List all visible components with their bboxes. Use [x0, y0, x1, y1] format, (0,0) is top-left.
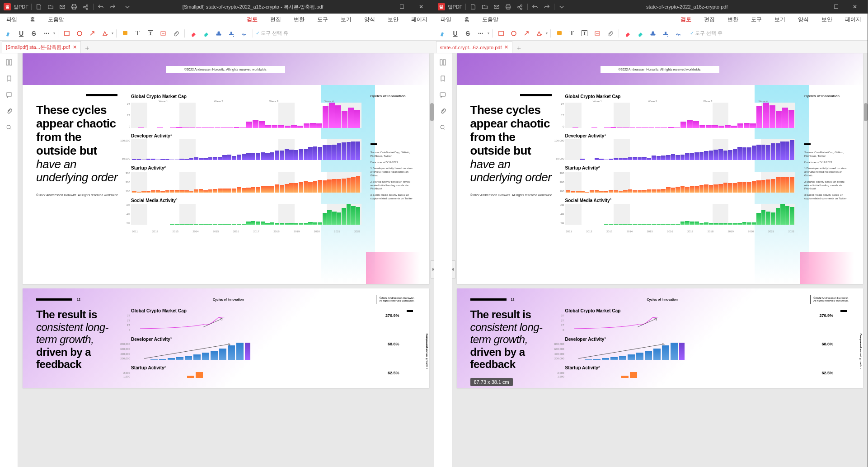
- attachments-icon[interactable]: [4, 106, 14, 117]
- textbox-tool[interactable]: T: [145, 28, 156, 39]
- tab-close-icon[interactable]: ✕: [73, 44, 77, 50]
- stamp-dropdown[interactable]: [660, 28, 671, 39]
- link-tool[interactable]: [157, 28, 169, 39]
- new-file-icon[interactable]: [34, 2, 43, 11]
- menu-보기[interactable]: 보기: [773, 15, 787, 24]
- polygon-tool[interactable]: [99, 28, 111, 39]
- maximize-button[interactable]: ☐: [827, 0, 845, 13]
- comments-icon[interactable]: [4, 90, 14, 100]
- print-icon[interactable]: [504, 2, 513, 11]
- attach-tool[interactable]: [604, 28, 616, 39]
- scrollbar-thumb[interactable]: [864, 103, 868, 121]
- redo-icon[interactable]: [542, 2, 551, 11]
- stamp-tool[interactable]: [647, 28, 659, 39]
- page-viewport[interactable]: ©2022 Andreessen Horowitz. All rights re…: [452, 53, 868, 467]
- comments-icon[interactable]: [437, 90, 448, 100]
- note-tool[interactable]: [119, 28, 131, 39]
- arrow-tool[interactable]: [521, 28, 532, 39]
- note-tool[interactable]: [554, 28, 565, 39]
- arrow-tool[interactable]: [86, 28, 98, 39]
- tool-select-label[interactable]: ✓ 도구 선택 유: [690, 30, 723, 37]
- underline-tool[interactable]: U: [450, 28, 461, 39]
- undo-icon[interactable]: [530, 2, 540, 11]
- menu-페이지[interactable]: 페이지: [843, 15, 863, 24]
- menu-검토[interactable]: 검토: [245, 15, 259, 24]
- menu-검토[interactable]: 검토: [679, 15, 693, 24]
- stamp-tool[interactable]: [213, 28, 225, 39]
- underline-tool[interactable]: U: [15, 28, 27, 39]
- mail-icon[interactable]: [492, 2, 501, 11]
- close-button[interactable]: ✕: [412, 0, 430, 13]
- tool-select-label[interactable]: ✓ 도구 선택 유: [256, 30, 288, 37]
- open-folder-icon[interactable]: [480, 2, 489, 11]
- doc-tab[interactable]: state-of-crypt...6z-crypto.pdf✕: [436, 41, 513, 53]
- rectangle-tool[interactable]: [495, 28, 507, 39]
- circle-tool[interactable]: [74, 28, 85, 39]
- sign-tool[interactable]: [238, 28, 250, 39]
- tab-add-button[interactable]: +: [83, 44, 92, 53]
- menu-보기[interactable]: 보기: [339, 15, 353, 24]
- rectangle-tool[interactable]: [61, 28, 73, 39]
- menu-변환[interactable]: 변환: [726, 15, 740, 24]
- menu-도움말[interactable]: 도움말: [46, 15, 66, 24]
- dropdown-icon[interactable]: [557, 2, 566, 11]
- sign-tool[interactable]: [672, 28, 684, 39]
- print-icon[interactable]: [70, 2, 79, 11]
- splitter-handle[interactable]: ◀: [452, 260, 455, 278]
- eraser-red[interactable]: [622, 28, 633, 39]
- menu-파일[interactable]: 파일: [5, 15, 19, 24]
- scrollbar-thumb[interactable]: [430, 103, 434, 121]
- menu-양식[interactable]: 양식: [362, 15, 377, 24]
- minimize-button[interactable]: ─: [808, 0, 826, 13]
- menu-파일[interactable]: 파일: [439, 15, 453, 24]
- menu-편집[interactable]: 편집: [268, 15, 283, 24]
- eraser-red[interactable]: [188, 28, 199, 39]
- maximize-button[interactable]: ☐: [393, 0, 411, 13]
- mail-icon[interactable]: [58, 2, 67, 11]
- tab-add-button[interactable]: +: [514, 44, 523, 53]
- menu-보안[interactable]: 보안: [386, 15, 400, 24]
- splitter-handle[interactable]: ▶: [431, 260, 434, 278]
- share-icon[interactable]: [81, 2, 90, 11]
- redo-icon[interactable]: [108, 2, 117, 11]
- strikethrough-tool[interactable]: S: [462, 28, 474, 39]
- strikethrough-tool[interactable]: S: [28, 28, 40, 39]
- text-tool[interactable]: T: [566, 28, 578, 39]
- menu-페이지[interactable]: 페이지: [409, 15, 429, 24]
- minimize-button[interactable]: ─: [374, 0, 392, 13]
- text-tool[interactable]: T: [132, 28, 144, 39]
- link-tool[interactable]: [591, 28, 603, 39]
- open-folder-icon[interactable]: [46, 2, 55, 11]
- bookmarks-icon[interactable]: [437, 73, 448, 84]
- eraser-teal[interactable]: [200, 28, 212, 39]
- more-tool[interactable]: ···: [41, 28, 52, 39]
- doc-tab[interactable]: [Smallpdf] sta...본-압축됨.pdf✕: [2, 41, 81, 53]
- thumbnails-icon[interactable]: [437, 57, 448, 68]
- undo-icon[interactable]: [96, 2, 105, 11]
- page-viewport[interactable]: ©2022 Andreessen Horowitz. All rights re…: [18, 53, 434, 467]
- search-icon[interactable]: [437, 122, 448, 133]
- stamp-dropdown[interactable]: [225, 28, 237, 39]
- bookmarks-icon[interactable]: [4, 73, 14, 84]
- menu-도구[interactable]: 도구: [749, 15, 764, 24]
- menu-변환[interactable]: 변환: [292, 15, 306, 24]
- close-button[interactable]: ✕: [846, 0, 864, 13]
- thumbnails-icon[interactable]: [4, 57, 14, 68]
- menu-홈[interactable]: 홈: [462, 15, 471, 24]
- menu-홈[interactable]: 홈: [28, 15, 37, 24]
- polygon-tool[interactable]: [533, 28, 545, 39]
- menu-도움말[interactable]: 도움말: [480, 15, 500, 24]
- circle-tool[interactable]: [508, 28, 520, 39]
- search-icon[interactable]: [4, 122, 14, 133]
- menu-편집[interactable]: 편집: [702, 15, 717, 24]
- dropdown-icon[interactable]: [123, 2, 132, 11]
- menu-양식[interactable]: 양식: [796, 15, 811, 24]
- attachments-icon[interactable]: [437, 106, 448, 117]
- menu-도구[interactable]: 도구: [315, 15, 330, 24]
- new-file-icon[interactable]: [469, 2, 478, 11]
- more-tool[interactable]: ···: [475, 28, 487, 39]
- textbox-tool[interactable]: T: [579, 28, 591, 39]
- share-icon[interactable]: [516, 2, 525, 11]
- highlight-tool[interactable]: [3, 28, 14, 39]
- tab-close-icon[interactable]: ✕: [504, 44, 508, 50]
